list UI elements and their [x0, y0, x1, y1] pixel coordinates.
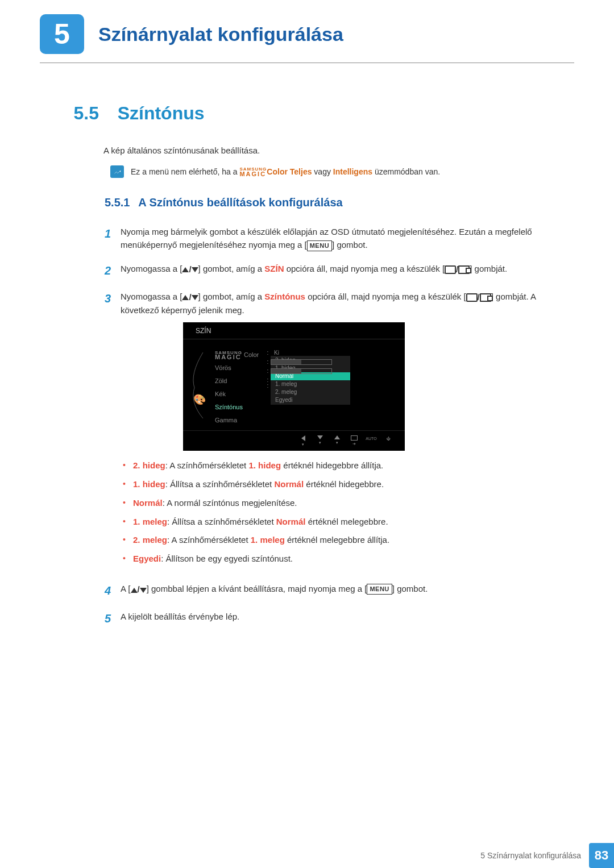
- nav-left-icon: ▾: [298, 435, 308, 446]
- osd-screenshot: SZÍN 🎨: [183, 322, 551, 451]
- osd-item-magic-color: SAMSUNG MAGIC Color: [215, 348, 265, 362]
- chapter-number-badge: 5: [40, 14, 84, 54]
- nav-enter-icon: ➜: [349, 435, 359, 446]
- content-area: 5.5 Színtónus A kép általános színtónusá…: [0, 63, 614, 628]
- osd-opt-3: 1. meleg: [271, 380, 350, 388]
- nav-up-icon: ▾: [332, 435, 342, 446]
- step-body: A kijelölt beállítás érvénybe lép.: [121, 610, 551, 628]
- section-heading: 5.5 Színtónus: [64, 103, 551, 124]
- footer-label: 5 Színárnyalat konfigurálása: [480, 851, 581, 860]
- key2: 1. hideg: [248, 460, 281, 470]
- step-body: Nyomogassa a [/] gombot, amíg a Színtónu…: [121, 290, 551, 572]
- note-mode1: Teljes: [290, 167, 312, 176]
- page: 5 Színárnyalat konfigurálása 5.5 Színtón…: [0, 0, 614, 868]
- step-body: Nyomja meg bármelyik gombot a készülék e…: [121, 225, 551, 252]
- palette-icon: 🎨: [193, 392, 206, 408]
- note-post: üzemmódban van.: [375, 167, 440, 176]
- step-2: 2 Nyomogassa a [/] gombot, amíg a SZÍN o…: [105, 262, 551, 280]
- brand-bot: MAGIC: [239, 172, 267, 177]
- bullet-2hideg: 2. hideg: A színhőmérsékletet 1. hideg é…: [121, 459, 551, 473]
- osd-brand-bot: MAGIC: [215, 355, 242, 360]
- key2: 1. meleg: [251, 535, 285, 545]
- bullet-1hideg: 1. hideg: Állítsa a színhőmérsékletet No…: [121, 477, 551, 492]
- osd-item0: Color: [244, 351, 259, 358]
- up-down-arrow-icon: /: [182, 263, 198, 276]
- key: Normál: [133, 498, 163, 508]
- osd-menu-left: 🎨 SAMSUNG MAGIC Color Vö: [189, 348, 265, 427]
- t1: : A színhőmérsékletet: [167, 535, 251, 545]
- osd-panel: SZÍN 🎨: [183, 322, 405, 451]
- footer-page-number: 83: [589, 843, 614, 868]
- osd-items: SAMSUNG MAGIC Color Vörös Zöld Kék Színt…: [215, 348, 265, 427]
- step1-b: ] gombot.: [332, 240, 368, 250]
- step-body: Nyomogassa a [/] gombot, amíg a SZÍN opc…: [121, 262, 551, 280]
- step4-a: A [: [121, 584, 131, 593]
- osd-item-green: Zöld: [215, 375, 265, 388]
- osd-row-blue: : 2. hideg 1. hideg Normál 1. meleg 2. m…: [265, 376, 399, 385]
- step3-b: ] gombot, amíg a: [198, 292, 265, 301]
- note-icon: [110, 165, 124, 178]
- section-title: Színtónus: [118, 103, 205, 123]
- t1: : A színhőmérsékletet: [165, 460, 249, 470]
- note-mode2: Intelligens: [333, 167, 372, 176]
- section-number: 5.5: [64, 103, 99, 124]
- step2-c: opcióra áll, majd nyomja meg a készülék …: [284, 264, 445, 273]
- menu-button-label: MENU: [367, 584, 392, 595]
- key2: Normál: [276, 517, 306, 526]
- step-number: 1: [105, 225, 121, 252]
- step-3: 3 Nyomogassa a [/] gombot, amíg a Színtó…: [105, 290, 551, 572]
- note-mid: vagy: [314, 167, 333, 176]
- nav-down-icon: ▾: [315, 435, 325, 446]
- up-down-arrow-icon: /: [131, 583, 147, 596]
- chapter-header: 5 Színárnyalat konfigurálása: [0, 0, 614, 60]
- step2-d: ] gombját.: [470, 264, 507, 273]
- osd-item-gamma: Gamma: [215, 414, 265, 427]
- key: Egyedi: [133, 554, 161, 563]
- bullet-1meleg: 1. meleg: Állítsa a színhőmérsékletet No…: [121, 515, 551, 529]
- step3-a: Nyomogassa a [: [121, 292, 182, 301]
- step-number: 4: [105, 582, 121, 600]
- osd-item-colortone: Színtónus: [215, 401, 265, 414]
- subsection-title: A Színtónus beállítások konfigurálása: [138, 196, 342, 209]
- page-footer: 5 Színárnyalat konfigurálása 83: [0, 843, 614, 868]
- t: : A normál színtónus megjelenítése.: [163, 498, 297, 508]
- bullet-normal: Normál: A normál színtónus megjelenítése…: [121, 496, 551, 510]
- step-5: 5 A kijelölt beállítás érvénybe lép.: [105, 610, 551, 628]
- bullet-egyedi: Egyedi: Állítson be egy egyedi színtónus…: [121, 552, 551, 566]
- option-description-list: 2. hideg: A színhőmérsékletet 1. hideg é…: [121, 459, 551, 566]
- subsection-heading: 5.5.1 A Színtónus beállítások konfigurál…: [105, 196, 551, 209]
- t2: értéknél hidegebbre állítja.: [281, 460, 383, 470]
- section-intro: A kép általános színtónusának beállítása…: [103, 146, 551, 155]
- step-4: 4 A [/] gombbal lépjen a kívánt beállítá…: [105, 582, 551, 600]
- note-row: Ez a menü nem elérhető, ha a SAMSUNG MAG…: [110, 165, 551, 178]
- osd-title: SZÍN: [183, 322, 405, 339]
- nav-power-icon: ⏻: [383, 435, 393, 446]
- t2: értéknél hidegebbre.: [304, 479, 384, 489]
- osd-curve-decoration: [189, 351, 209, 420]
- osd-opt-4: 2. meleg: [271, 388, 350, 396]
- chapter-title: Színárnyalat konfigurálása: [98, 23, 343, 45]
- bullet-2meleg: 2. meleg: A színhőmérsékletet 1. meleg é…: [121, 533, 551, 547]
- up-down-arrow-icon: /: [182, 290, 198, 304]
- enter-source-icon: /: [445, 263, 470, 276]
- osd-item-red: Vörös: [215, 362, 265, 375]
- step-1: 1 Nyomja meg bármelyik gombot a készülék…: [105, 225, 551, 252]
- enter-source-icon: /: [466, 290, 491, 304]
- menu-button-label: MENU: [307, 240, 332, 251]
- step-body: A [/] gombbal lépjen a kívánt beállításr…: [121, 582, 551, 600]
- osd-opt-5: Egyedi: [271, 396, 350, 404]
- note-text: Ez a menü nem elérhető, ha a SAMSUNG MAG…: [131, 167, 440, 177]
- key: 2. meleg: [133, 535, 167, 545]
- t: : Állítson be egy egyedi színtónust.: [161, 554, 293, 563]
- t1: : Állítsa a színhőmérsékletet: [167, 517, 276, 526]
- step2-key: SZÍN: [264, 264, 284, 273]
- key: 1. hideg: [133, 479, 165, 489]
- t2: értéknél melegebbre állítja.: [285, 535, 389, 545]
- key: 2. hideg: [133, 460, 165, 470]
- subsection-number: 5.5.1: [105, 196, 130, 209]
- step-number: 2: [105, 262, 121, 280]
- key: 1. meleg: [133, 517, 167, 526]
- nav-auto-label: AUTO: [366, 435, 376, 446]
- step3-c: opcióra áll, majd nyomja meg a készülék …: [305, 292, 466, 301]
- osd-values-right: :Ki :50 :50 : 2. hideg 1. hideg Normál: [265, 348, 399, 427]
